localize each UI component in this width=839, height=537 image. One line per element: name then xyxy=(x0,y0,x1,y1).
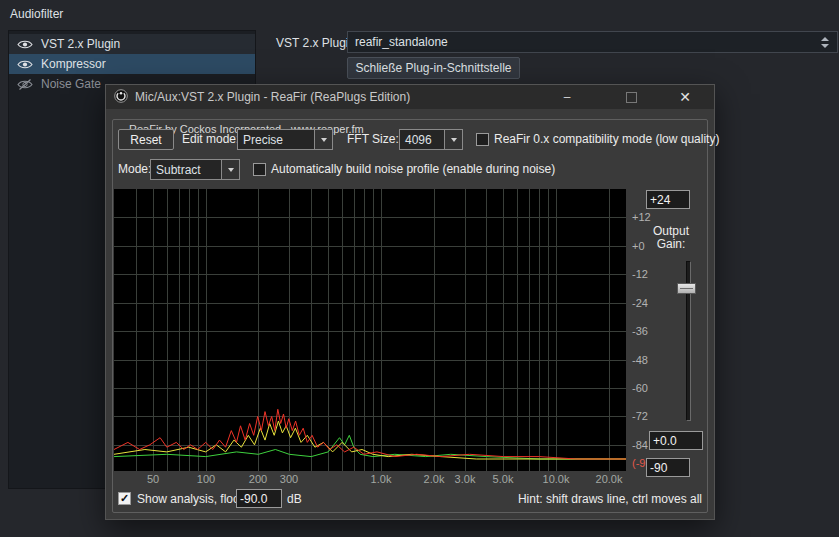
obs-logo-icon xyxy=(114,89,128,106)
chevron-up-icon xyxy=(821,37,829,41)
slider-thumb[interactable] xyxy=(677,283,696,294)
frequency-axis-labels: 501002003001.0k2.0k3.0k5.0k10.0k20.0k xyxy=(114,473,626,486)
maximize-icon xyxy=(626,92,637,103)
dialog-title: Mic/Aux:VST 2.x Plugin - ReaFir (ReaPlug… xyxy=(135,90,410,104)
auto-noise-profile-checkbox[interactable] xyxy=(253,163,266,176)
compatibility-mode-checkbox[interactable] xyxy=(476,133,489,146)
freq-tick-label: 50 xyxy=(147,473,159,485)
chevron-down-icon xyxy=(221,160,239,179)
db-tick-label: -12 xyxy=(632,268,648,280)
auto-noise-profile-label: Automatically build noise profile (enabl… xyxy=(271,162,555,176)
output-gain-label: Output Gain: xyxy=(639,225,703,251)
freq-tick-label: 1.0k xyxy=(371,473,392,485)
freq-tick-label: 300 xyxy=(280,473,298,485)
dialog-content: ReaFir by Cockos Incorporated - www.reap… xyxy=(106,109,714,519)
filter-list-item[interactable]: Kompressor xyxy=(9,54,255,74)
hint-text: Hint: shift draws line, ctrl moves all xyxy=(518,492,702,506)
freq-tick-label: 2.0k xyxy=(424,473,445,485)
output-gain-slider[interactable] xyxy=(676,259,698,423)
eye-icon[interactable] xyxy=(17,59,33,70)
db-tick-label: -24 xyxy=(632,297,648,309)
chevron-down-icon xyxy=(821,44,829,48)
mode-value: Subtract xyxy=(151,160,221,179)
filters-panel-title: Audiofilter xyxy=(10,7,63,21)
fft-size-label: FFT Size: xyxy=(347,132,399,146)
db-unit-label: dB xyxy=(287,492,302,506)
fft-size-value: 4096 xyxy=(400,130,444,149)
output-gain-input[interactable] xyxy=(649,431,703,450)
gain-max-input[interactable] xyxy=(646,190,690,209)
floor-value-input[interactable] xyxy=(646,458,690,477)
db-tick-label: -60 xyxy=(632,382,648,394)
freq-tick-label: 3.0k xyxy=(455,473,476,485)
filter-label: Noise Gate xyxy=(41,77,101,91)
mode-select[interactable]: Subtract xyxy=(150,159,240,180)
combo-scroll-arrows-icon[interactable] xyxy=(816,37,834,48)
compatibility-mode-label: ReaFir 0.x compatibility mode (low quali… xyxy=(494,132,719,146)
mode-label: Mode: xyxy=(118,162,151,176)
show-analysis-label: Show analysis, floor: xyxy=(137,492,247,506)
filter-label: Kompressor xyxy=(41,57,106,71)
freq-tick-label: 5.0k xyxy=(493,473,514,485)
edit-mode-value: Precise xyxy=(238,130,314,149)
chevron-down-icon xyxy=(314,130,332,149)
plugin-select[interactable]: reafir_standalone xyxy=(347,31,838,53)
plugin-type-label: VST 2.x Plugin xyxy=(276,36,355,50)
db-tick-label: -48 xyxy=(632,354,648,366)
reset-button[interactable]: Reset xyxy=(118,129,174,150)
close-plugin-interface-button[interactable]: Schließe Plug-in-Schnittstelle xyxy=(347,57,520,79)
freq-tick-label: 100 xyxy=(197,473,215,485)
freq-tick-label: 200 xyxy=(249,473,267,485)
show-analysis-checkbox[interactable] xyxy=(118,492,131,505)
eye-icon[interactable] xyxy=(17,39,33,50)
freq-tick-label: 20.0k xyxy=(596,473,623,485)
dialog-titlebar[interactable]: Mic/Aux:VST 2.x Plugin - ReaFir (ReaPlug… xyxy=(106,85,714,109)
edit-mode-select[interactable]: Precise xyxy=(237,129,333,150)
eye-slash-icon[interactable] xyxy=(17,79,33,90)
plugin-select-value: reafir_standalone xyxy=(355,35,816,49)
reafir-dialog: Mic/Aux:VST 2.x Plugin - ReaFir (ReaPlug… xyxy=(105,84,715,520)
edit-mode-label: Edit mode: xyxy=(182,132,239,146)
minimize-button[interactable]: – xyxy=(554,85,580,109)
db-tick-label: +12 xyxy=(632,211,651,223)
output-gain-label-line2: Gain: xyxy=(639,238,703,251)
freq-tick-label: 10.0k xyxy=(543,473,570,485)
db-tick-label: -72 xyxy=(632,410,648,422)
fft-size-select[interactable]: 4096 xyxy=(399,129,463,150)
db-tick-label: -84 xyxy=(632,439,648,451)
chevron-down-icon xyxy=(444,130,462,149)
db-tick-label: -36 xyxy=(632,325,648,337)
spectrum-graph[interactable] xyxy=(114,189,626,471)
analysis-floor-input[interactable] xyxy=(236,489,282,508)
filter-list-item[interactable]: VST 2.x Plugin xyxy=(9,34,255,54)
filter-label: VST 2.x Plugin xyxy=(41,37,120,51)
maximize-button[interactable] xyxy=(618,85,644,109)
noise-profile-curve xyxy=(114,435,626,459)
close-button[interactable]: ✕ xyxy=(672,85,698,109)
